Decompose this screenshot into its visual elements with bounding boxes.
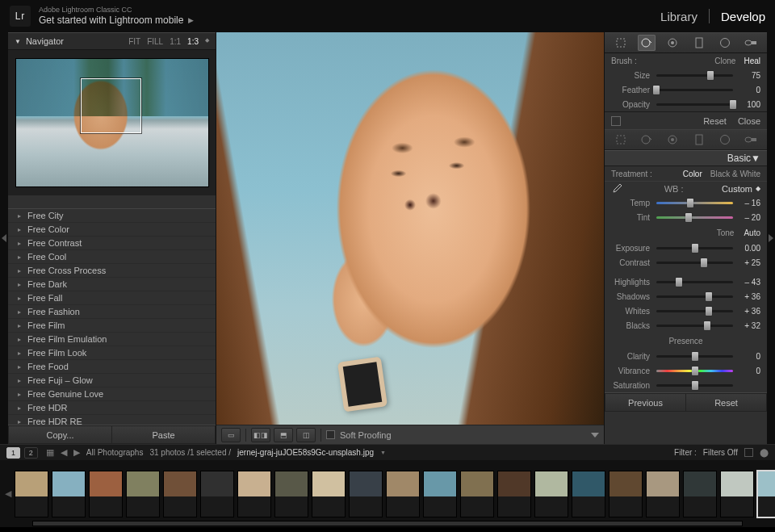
filmstrip[interactable]: ◀ ▶: [0, 460, 775, 527]
zoom-fit[interactable]: FIT: [128, 37, 140, 46]
auto-tone-button[interactable]: Auto: [744, 228, 760, 237]
navigator-crop-rect[interactable]: [81, 78, 141, 133]
shadows-slider[interactable]: [656, 291, 733, 302]
paste-button[interactable]: Paste: [112, 425, 216, 444]
grad-filter-icon-2[interactable]: [690, 132, 708, 148]
spot-close-button[interactable]: Close: [738, 116, 760, 126]
crop-tool-icon[interactable]: [612, 35, 630, 51]
adjustment-brush-icon[interactable]: [742, 35, 760, 51]
adj-brush-icon-2[interactable]: [742, 132, 760, 148]
spot-reset-button[interactable]: Reset: [703, 116, 727, 126]
copy-button[interactable]: Copy...: [8, 425, 112, 444]
filmstrip-thumb[interactable]: [274, 471, 308, 517]
preset-item[interactable]: Free City: [8, 209, 216, 223]
preset-item[interactable]: Free Cool: [8, 250, 216, 264]
filmstrip-thumb[interactable]: [646, 471, 680, 517]
promo-link[interactable]: Get started with Lightroom mobile ▶: [39, 15, 194, 26]
zoom-fill[interactable]: FILL: [147, 37, 163, 46]
filmstrip-thumb[interactable]: [349, 471, 383, 517]
size-slider[interactable]: [656, 69, 733, 81]
visibility-toggle-icon[interactable]: [611, 116, 621, 126]
preset-item[interactable]: Free Genuine Love: [8, 387, 216, 401]
filmstrip-thumb[interactable]: [423, 471, 457, 517]
filmstrip-thumb[interactable]: [683, 471, 717, 517]
before-after-tb-icon[interactable]: ⬒: [274, 428, 293, 442]
navigator-preview[interactable]: [8, 50, 216, 195]
right-edge-collapse[interactable]: [767, 32, 775, 444]
navigator-header[interactable]: ▼ Navigator FIT FILL 1:1 1:3 ◆: [8, 32, 216, 50]
filmstrip-thumb[interactable]: [89, 471, 123, 517]
preset-item[interactable]: Free HDR RE: [8, 415, 216, 425]
filmstrip-thumb[interactable]: [757, 471, 775, 517]
spot-tool-icon-2[interactable]: [638, 132, 656, 148]
zoom-1-3[interactable]: 1:3: [187, 37, 199, 46]
filename-dropdown-icon[interactable]: ▼: [380, 450, 386, 455]
preset-item[interactable]: Free Fall: [8, 291, 216, 305]
filmstrip-thumb[interactable]: [126, 471, 160, 517]
filmstrip-thumb[interactable]: [720, 471, 754, 517]
soft-proofing-toggle[interactable]: Soft Proofing: [326, 430, 392, 440]
clone-mode[interactable]: Clone: [714, 57, 735, 65]
filmstrip-thumb[interactable]: [200, 471, 234, 517]
spot-removal-tool-icon[interactable]: [638, 35, 656, 51]
filter-menu-icon[interactable]: [744, 448, 753, 457]
tint-slider[interactable]: [656, 212, 733, 223]
treatment-color[interactable]: Color: [683, 170, 702, 178]
zoom-1-1[interactable]: 1:1: [170, 37, 181, 46]
module-library[interactable]: Library: [660, 10, 698, 23]
before-after-split-icon[interactable]: ◫: [296, 428, 316, 442]
reset-button[interactable]: Reset: [686, 393, 767, 412]
filmstrip-scrollbar-knob[interactable]: [258, 522, 331, 526]
filmstrip-thumb[interactable]: [15, 471, 48, 517]
soft-proofing-checkbox[interactable]: [326, 430, 335, 439]
filmstrip-thumb[interactable]: [312, 471, 346, 517]
preset-item[interactable]: Free Film: [8, 319, 216, 333]
nav-next-icon[interactable]: ▶: [73, 447, 80, 458]
preset-item[interactable]: Free Contrast: [8, 237, 216, 250]
whites-slider[interactable]: [656, 305, 733, 316]
image-canvas[interactable]: [216, 32, 604, 425]
clarity-slider[interactable]: [656, 350, 733, 362]
wb-dropdown[interactable]: Custom ◆: [722, 184, 760, 194]
radial-filter-icon[interactable]: [716, 35, 734, 51]
grid-view-icon[interactable]: ▦: [46, 447, 54, 458]
zoom-dropdown-icon[interactable]: ◆: [205, 37, 209, 46]
graduated-filter-icon[interactable]: [690, 35, 708, 51]
collection-name[interactable]: All Photographs: [86, 448, 144, 457]
basic-panel-header[interactable]: Basic▼: [605, 150, 767, 166]
filter-lock-icon[interactable]: ⬤: [760, 448, 769, 457]
exposure-slider[interactable]: [656, 242, 733, 253]
before-after-lr-icon[interactable]: ◧◨: [251, 428, 270, 442]
preset-item[interactable]: Free Cross Process: [8, 264, 216, 278]
loupe-view-icon[interactable]: ▭: [221, 428, 241, 442]
saturation-slider[interactable]: [656, 379, 733, 391]
preset-item[interactable]: Free HDR: [8, 401, 216, 415]
preset-item[interactable]: Free Fashion: [8, 305, 216, 319]
crop-tool-icon-2[interactable]: [612, 132, 630, 148]
blacks-slider[interactable]: [656, 320, 733, 331]
filmstrip-thumb[interactable]: [386, 471, 420, 517]
preset-item[interactable]: Free Film Emulation: [8, 333, 216, 346]
vibrance-slider[interactable]: [656, 365, 733, 376]
preset-item[interactable]: Free Color: [8, 223, 216, 237]
filmstrip-thumb[interactable]: [497, 471, 531, 517]
filmstrip-thumb[interactable]: [609, 471, 643, 517]
radial-filter-icon-2[interactable]: [716, 132, 734, 148]
redeye-tool-icon-2[interactable]: [664, 132, 681, 148]
feather-slider[interactable]: [656, 84, 733, 95]
redeye-tool-icon[interactable]: [664, 35, 681, 51]
screen-2[interactable]: 2: [24, 447, 38, 459]
opacity-slider[interactable]: [656, 98, 733, 110]
previous-button[interactable]: Previous: [605, 393, 686, 412]
contrast-slider[interactable]: [656, 257, 733, 268]
preset-item[interactable]: Free Fuji – Glow: [8, 374, 216, 387]
module-develop[interactable]: Develop: [721, 10, 765, 23]
preset-item[interactable]: Free Food: [8, 360, 216, 374]
left-edge-collapse[interactable]: [0, 32, 8, 444]
filmstrip-thumb[interactable]: [163, 471, 197, 517]
eyedropper-icon[interactable]: [611, 182, 626, 195]
preset-item[interactable]: Free Film Look: [8, 346, 216, 360]
filmstrip-thumb[interactable]: [572, 471, 605, 517]
filmstrip-thumb[interactable]: [460, 471, 494, 517]
treatment-bw[interactable]: Black & White: [710, 170, 760, 178]
